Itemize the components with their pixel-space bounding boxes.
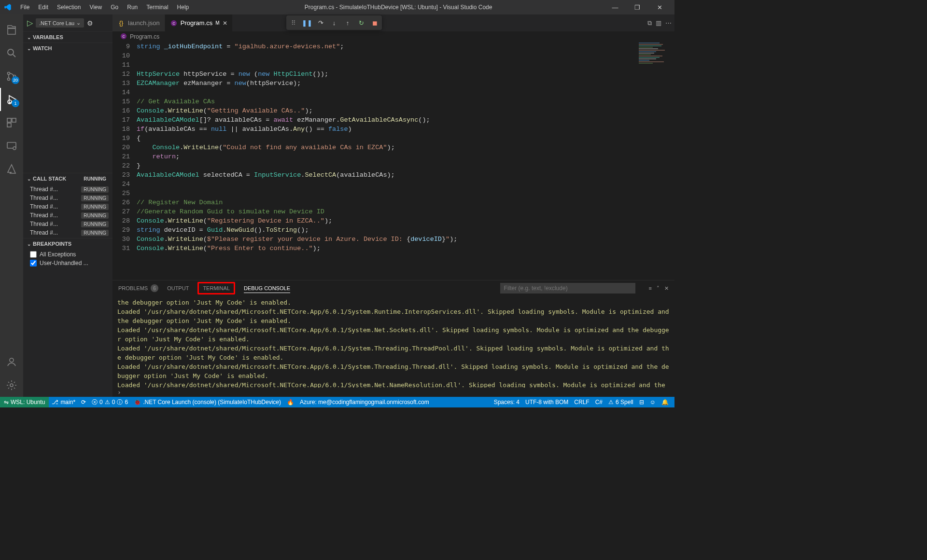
close-tab-icon[interactable]: ✕ bbox=[223, 20, 227, 27]
svg-point-2 bbox=[8, 78, 10, 81]
panel-tab-terminal[interactable]: TERMINAL bbox=[197, 282, 235, 294]
activity-extensions[interactable] bbox=[0, 111, 23, 134]
debug-config-select[interactable]: .NET Core Lau⌄ bbox=[36, 18, 84, 28]
panel-tab-debug-console[interactable]: DEBUG CONSOLE bbox=[244, 285, 290, 293]
error-icon: ⓧ bbox=[92, 398, 98, 406]
spell-status[interactable]: ⚠ 6 Spell bbox=[605, 397, 636, 407]
start-debug-icon[interactable]: ▷ bbox=[27, 18, 33, 28]
thread-row[interactable]: Thread #...RUNNING bbox=[23, 194, 112, 202]
callstack-section[interactable]: ⌄ CALL STACK RUNNING bbox=[23, 173, 112, 184]
menu-selection[interactable]: Selection bbox=[53, 2, 84, 13]
encoding-status[interactable]: UTF-8 with BOM bbox=[522, 397, 571, 407]
svg-text:C: C bbox=[122, 34, 125, 38]
activity-remote[interactable] bbox=[0, 134, 23, 157]
git-sync[interactable]: ⟳ bbox=[78, 397, 89, 407]
json-icon: {} bbox=[117, 19, 125, 27]
maximize-button[interactable]: ❐ bbox=[626, 0, 648, 14]
minimap[interactable] bbox=[636, 42, 674, 280]
minimize-button[interactable]: — bbox=[604, 0, 626, 14]
close-panel-icon[interactable]: ✕ bbox=[664, 285, 669, 292]
eol-status[interactable]: CRLF bbox=[571, 397, 592, 407]
language-status[interactable]: C# bbox=[592, 397, 605, 407]
chevron-down-icon: ⌄ bbox=[27, 176, 31, 182]
tab-program-cs[interactable]: C Program.cs M ✕ bbox=[165, 14, 233, 31]
menu-edit[interactable]: Edit bbox=[34, 2, 52, 13]
debug-launch-status[interactable]: 🐞 .NET Core Launch (console) (SimulateIo… bbox=[131, 397, 284, 407]
activity-scm[interactable]: 20 bbox=[0, 65, 23, 88]
split-editor-icon[interactable]: ▥ bbox=[656, 19, 661, 27]
thread-row[interactable]: Thread #...RUNNING bbox=[23, 202, 112, 211]
breakpoint-checkbox[interactable] bbox=[30, 251, 37, 258]
activity-debug[interactable]: 1 bbox=[0, 88, 23, 111]
debug-console-output[interactable]: the debugger option 'Just My Code' is en… bbox=[112, 296, 674, 388]
stop-icon[interactable]: ◼ bbox=[370, 18, 379, 27]
menu-view[interactable]: View bbox=[85, 2, 106, 13]
code-editor[interactable]: 9101112131415161718192021222324252627282… bbox=[112, 42, 674, 280]
panel-tab-problems[interactable]: PROBLEMS 6 bbox=[118, 284, 158, 292]
activity-account[interactable] bbox=[0, 350, 23, 374]
svg-text:C: C bbox=[172, 21, 175, 25]
breadcrumb[interactable]: C Program.cs bbox=[112, 31, 674, 42]
code-content[interactable]: string _iotHubEndpoint = "igalhub.azure-… bbox=[137, 42, 636, 280]
scm-badge: 20 bbox=[12, 76, 19, 84]
status-icon-1[interactable]: ⊟ bbox=[636, 397, 647, 407]
compare-icon[interactable]: ⧉ bbox=[647, 19, 652, 27]
activity-bar: 20 1 bbox=[0, 14, 23, 397]
csharp-icon: C bbox=[170, 19, 178, 27]
svg-point-9 bbox=[13, 147, 16, 150]
pause-icon[interactable]: ❚❚ bbox=[303, 18, 311, 27]
menu-run[interactable]: Run bbox=[123, 2, 141, 13]
breakpoints-section[interactable]: ⌄ BREAKPOINTS bbox=[23, 238, 112, 249]
activity-search[interactable] bbox=[0, 42, 23, 65]
svg-rect-6 bbox=[12, 118, 16, 122]
info-icon: ⓘ bbox=[117, 398, 123, 406]
remote-indicator[interactable]: ⇋ WSL: Ubuntu bbox=[0, 397, 49, 407]
breakpoint-row[interactable]: User-Unhandled ... bbox=[23, 259, 112, 267]
remote-icon: ⇋ bbox=[4, 399, 9, 406]
problems-status[interactable]: ⓧ0 ⚠0 ⓘ6 bbox=[89, 397, 131, 407]
menu-help[interactable]: Help bbox=[173, 2, 193, 13]
panel-tab-output[interactable]: OUTPUT bbox=[167, 285, 189, 291]
variables-section[interactable]: ⌄ VARIABLES bbox=[23, 32, 112, 42]
clear-icon[interactable]: ≡ bbox=[649, 285, 652, 292]
azure-account[interactable]: Azure: me@codingflamingogmail.onmicrosof… bbox=[297, 397, 432, 407]
feedback-icon[interactable]: ☺ bbox=[647, 397, 659, 407]
restart-icon[interactable]: ↻ bbox=[357, 18, 365, 27]
activity-azure[interactable] bbox=[0, 157, 23, 181]
breakpoint-checkbox[interactable] bbox=[30, 260, 37, 266]
panel: PROBLEMS 6 OUTPUT TERMINAL DEBUG CONSOLE… bbox=[112, 280, 674, 397]
line-gutter: 9101112131415161718192021222324252627282… bbox=[112, 42, 137, 280]
drag-handle-icon[interactable]: ⠿ bbox=[289, 18, 298, 27]
close-button[interactable]: ✕ bbox=[648, 0, 671, 14]
thread-row[interactable]: Thread #...RUNNING bbox=[23, 185, 112, 194]
step-out-icon[interactable]: ↑ bbox=[343, 18, 352, 27]
menu-file[interactable]: File bbox=[16, 2, 33, 13]
git-branch[interactable]: ⎇ main* bbox=[49, 397, 78, 407]
debug-toolbar[interactable]: ⠿ ❚❚ ↷ ↓ ↑ ↻ ◼ bbox=[286, 15, 382, 30]
expand-icon[interactable]: ˄ bbox=[657, 285, 660, 292]
filter-input[interactable] bbox=[500, 283, 635, 294]
more-icon[interactable]: ⋯ bbox=[665, 19, 672, 27]
live-share[interactable]: 🔥 bbox=[284, 397, 297, 407]
notifications-icon[interactable]: 🔔 bbox=[659, 397, 672, 407]
menu-go[interactable]: Go bbox=[107, 2, 122, 13]
step-into-icon[interactable]: ↓ bbox=[330, 18, 338, 27]
thread-row[interactable]: Thread #...RUNNING bbox=[23, 228, 112, 237]
indent-status[interactable]: Spaces: 4 bbox=[491, 397, 522, 407]
vscode-logo-icon bbox=[4, 3, 12, 11]
watch-section[interactable]: ⌄ WATCH bbox=[23, 43, 112, 54]
breakpoint-row[interactable]: All Exceptions bbox=[23, 250, 112, 259]
debug-console-input[interactable]: › bbox=[112, 388, 674, 397]
tab-launch-json[interactable]: {} launch.json bbox=[112, 14, 165, 31]
step-over-icon[interactable]: ↷ bbox=[316, 18, 325, 27]
csharp-icon: C bbox=[120, 33, 127, 41]
activity-settings[interactable] bbox=[0, 374, 23, 397]
thread-row[interactable]: Thread #...RUNNING bbox=[23, 211, 112, 220]
svg-point-1 bbox=[8, 72, 10, 75]
thread-row[interactable]: Thread #...RUNNING bbox=[23, 220, 112, 228]
activity-explorer[interactable] bbox=[0, 18, 23, 42]
debug-icon: 🐞 bbox=[134, 399, 141, 406]
svg-point-0 bbox=[8, 49, 14, 55]
menu-terminal[interactable]: Terminal bbox=[142, 2, 172, 13]
gear-icon[interactable]: ⚙ bbox=[87, 19, 93, 27]
